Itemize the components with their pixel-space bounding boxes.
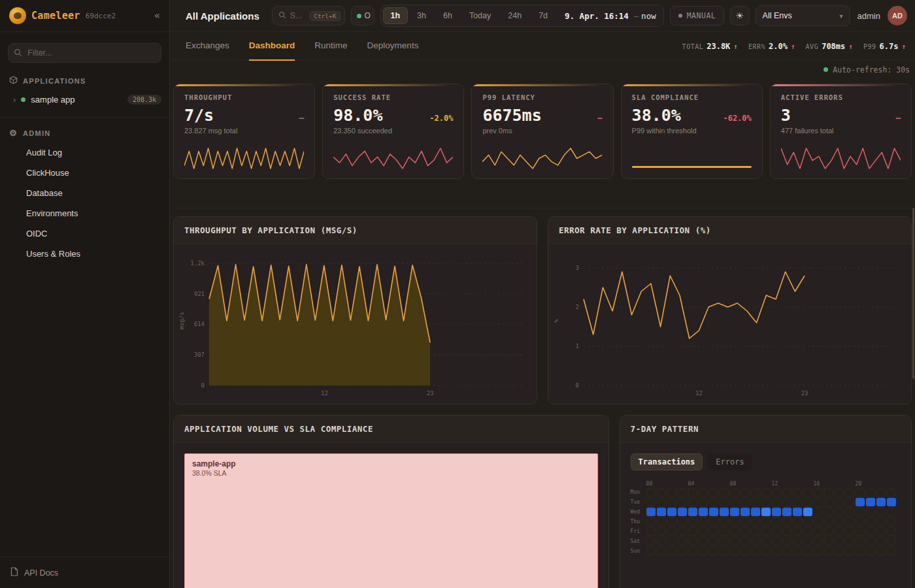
api-docs-link[interactable]: API Docs xyxy=(0,557,169,588)
heatmap-cell[interactable] xyxy=(887,547,896,555)
heatmap-cell[interactable] xyxy=(866,527,875,536)
heatmap-cell[interactable] xyxy=(657,517,666,526)
heatmap-cell[interactable] xyxy=(730,508,739,516)
time-range-1h[interactable]: 1h xyxy=(383,7,408,24)
tab-exchanges[interactable]: Exchanges xyxy=(186,32,229,61)
heatmap-cell[interactable] xyxy=(740,547,750,555)
heatmap-cell[interactable] xyxy=(657,498,666,506)
heatmap-cell[interactable] xyxy=(772,547,781,555)
heatmap-cell[interactable] xyxy=(824,508,833,516)
heatmap-cell[interactable] xyxy=(699,488,708,497)
heatmap-cell[interactable] xyxy=(730,517,739,526)
heatmap-cell[interactable] xyxy=(772,527,781,536)
time-range-today[interactable]: Today xyxy=(461,7,499,24)
heatmap-cell[interactable] xyxy=(782,498,791,506)
heatmap-cell[interactable] xyxy=(866,508,875,516)
heatmap-cell[interactable] xyxy=(720,488,729,497)
treemap-cell[interactable]: sample-app 38.0% SLA xyxy=(184,453,598,588)
heatmap-cell[interactable] xyxy=(688,547,697,555)
tab-runtime[interactable]: Runtime xyxy=(314,32,347,61)
heatmap-cell[interactable] xyxy=(782,527,791,536)
heatmap-cell[interactable] xyxy=(646,527,656,536)
heatmap-cell[interactable] xyxy=(720,517,729,526)
heatmap-cell[interactable] xyxy=(803,498,812,506)
heatmap-cell[interactable] xyxy=(751,547,760,555)
heatmap-cell[interactable] xyxy=(667,527,676,536)
heatmap-cell[interactable] xyxy=(793,488,802,497)
heatmap-cell[interactable] xyxy=(740,527,750,536)
heatmap-cell[interactable] xyxy=(876,517,886,526)
transactions-toggle[interactable]: Transactions xyxy=(631,453,703,470)
heatmap-cell[interactable] xyxy=(856,537,865,546)
heatmap-cell[interactable] xyxy=(709,517,718,526)
heatmap-cell[interactable] xyxy=(688,527,697,536)
heatmap-cell[interactable] xyxy=(678,498,687,506)
heatmap-cell[interactable] xyxy=(856,547,865,555)
range-end-label[interactable]: now xyxy=(641,11,661,21)
heatmap-cell[interactable] xyxy=(688,508,697,516)
heatmap-cell[interactable] xyxy=(866,488,875,497)
heatmap-cell[interactable] xyxy=(814,488,823,497)
heatmap-cell[interactable] xyxy=(824,547,833,555)
global-search[interactable]: S... Ctrl+K xyxy=(272,6,345,25)
heatmap-cell[interactable] xyxy=(740,498,750,506)
time-range-7d[interactable]: 7d xyxy=(531,7,556,24)
heatmap-cell[interactable] xyxy=(688,488,697,497)
heatmap-cell[interactable] xyxy=(751,508,760,516)
tab-dashboard[interactable]: Dashboard xyxy=(249,32,295,61)
heatmap-cell[interactable] xyxy=(720,537,729,546)
heatmap-cell[interactable] xyxy=(793,508,802,516)
heatmap-cell[interactable] xyxy=(657,488,666,497)
heatmap-cell[interactable] xyxy=(803,547,812,555)
heatmap-cell[interactable] xyxy=(657,547,666,555)
scrollbar[interactable] xyxy=(912,208,914,379)
heatmap-cell[interactable] xyxy=(876,488,886,497)
heatmap-cell[interactable] xyxy=(866,498,875,506)
heatmap-cell[interactable] xyxy=(782,508,791,516)
heatmap-cell[interactable] xyxy=(824,498,833,506)
heatmap-cell[interactable] xyxy=(667,508,676,516)
heatmap-cell[interactable] xyxy=(709,537,718,546)
heatmap-cell[interactable] xyxy=(824,527,833,536)
heatmap-cell[interactable] xyxy=(740,537,750,546)
heatmap-cell[interactable] xyxy=(887,527,896,536)
heatmap-cell[interactable] xyxy=(699,517,708,526)
heatmap-cell[interactable] xyxy=(699,508,708,516)
heatmap-cell[interactable] xyxy=(814,527,823,536)
sidebar-item-clickhouse[interactable]: ClickHouse xyxy=(0,163,169,183)
heatmap-cell[interactable] xyxy=(720,508,729,516)
heatmap-cell[interactable] xyxy=(751,537,760,546)
heatmap-cell[interactable] xyxy=(856,508,865,516)
heatmap-cell[interactable] xyxy=(793,498,802,506)
heatmap-cell[interactable] xyxy=(699,547,708,555)
sidebar-item-users-roles[interactable]: Users & Roles xyxy=(0,244,169,264)
heatmap-cell[interactable] xyxy=(772,498,781,506)
heatmap-cell[interactable] xyxy=(688,517,697,526)
sidebar-collapse-button[interactable]: « xyxy=(154,10,160,22)
heatmap-cell[interactable] xyxy=(761,547,771,555)
heatmap-cell[interactable] xyxy=(866,537,875,546)
heatmap-cell[interactable] xyxy=(709,488,718,497)
heatmap-cell[interactable] xyxy=(688,498,697,506)
heatmap-cell[interactable] xyxy=(667,488,676,497)
heatmap-cell[interactable] xyxy=(835,547,844,555)
heatmap-cell[interactable] xyxy=(845,508,854,516)
heatmap-cell[interactable] xyxy=(845,537,854,546)
avatar[interactable]: AD xyxy=(888,6,907,25)
range-start-datetime[interactable]: 9. Apr. 16:14 xyxy=(557,11,631,21)
heatmap-cell[interactable] xyxy=(657,508,666,516)
heatmap-cell[interactable] xyxy=(740,508,750,516)
heatmap-cell[interactable] xyxy=(678,488,687,497)
connection-status-pill[interactable]: O xyxy=(351,6,374,25)
heatmap-cell[interactable] xyxy=(699,537,708,546)
heatmap-cell[interactable] xyxy=(646,488,656,497)
heatmap-cell[interactable] xyxy=(667,537,676,546)
heatmap-cell[interactable] xyxy=(761,527,771,536)
heatmap-cell[interactable] xyxy=(793,517,802,526)
heatmap-cell[interactable] xyxy=(887,498,896,506)
heatmap-cell[interactable] xyxy=(751,517,760,526)
heatmap-cell[interactable] xyxy=(646,498,656,506)
theme-toggle-button[interactable]: ☀ xyxy=(730,6,749,25)
errors-toggle[interactable]: Errors xyxy=(708,453,752,470)
heatmap-cell[interactable] xyxy=(646,547,656,555)
